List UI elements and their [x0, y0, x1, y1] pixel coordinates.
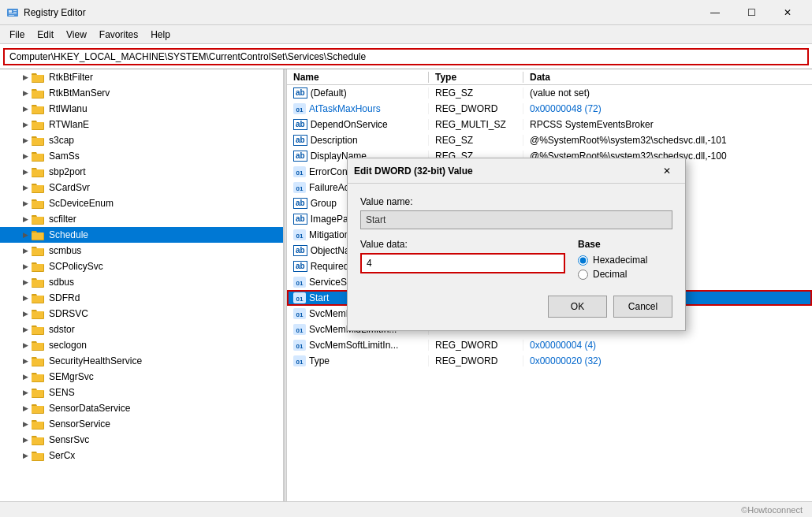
- dialog-close-button[interactable]: ✕: [655, 162, 679, 180]
- radio-hexadecimal[interactable]: Hexadecimal: [578, 255, 672, 266]
- cancel-button[interactable]: Cancel: [613, 296, 672, 318]
- value-name-input: [360, 210, 672, 229]
- ok-button[interactable]: OK: [548, 296, 607, 318]
- base-label: Base: [578, 239, 672, 250]
- radio-decimal-input[interactable]: [578, 270, 588, 280]
- dialog-title: Edit DWORD (32-bit) Value: [354, 166, 473, 177]
- base-section: Base Hexadecimal Decimal: [578, 239, 672, 283]
- value-data-section: Value data:: [360, 239, 565, 273]
- radio-decimal-label: Decimal: [593, 269, 627, 280]
- value-data-label: Value data:: [360, 239, 565, 250]
- dialog-overlay: Edit DWORD (32-bit) Value ✕ Value name: …: [0, 0, 812, 517]
- dialog-body: Value name: Value data: Base Hexadecimal: [348, 184, 685, 330]
- radio-hexadecimal-input[interactable]: [578, 255, 588, 266]
- radio-hexadecimal-label: Hexadecimal: [593, 255, 647, 266]
- value-data-input[interactable]: [360, 253, 565, 273]
- radio-decimal[interactable]: Decimal: [578, 269, 672, 280]
- value-data-input-wrap: [360, 253, 565, 273]
- dialog-buttons: OK Cancel: [360, 296, 672, 318]
- edit-dword-dialog: Edit DWORD (32-bit) Value ✕ Value name: …: [347, 158, 686, 331]
- dialog-main-row: Value data: Base Hexadecimal Decimal: [360, 239, 672, 283]
- value-name-label: Value name:: [360, 196, 672, 207]
- dialog-title-bar: Edit DWORD (32-bit) Value ✕: [348, 158, 685, 184]
